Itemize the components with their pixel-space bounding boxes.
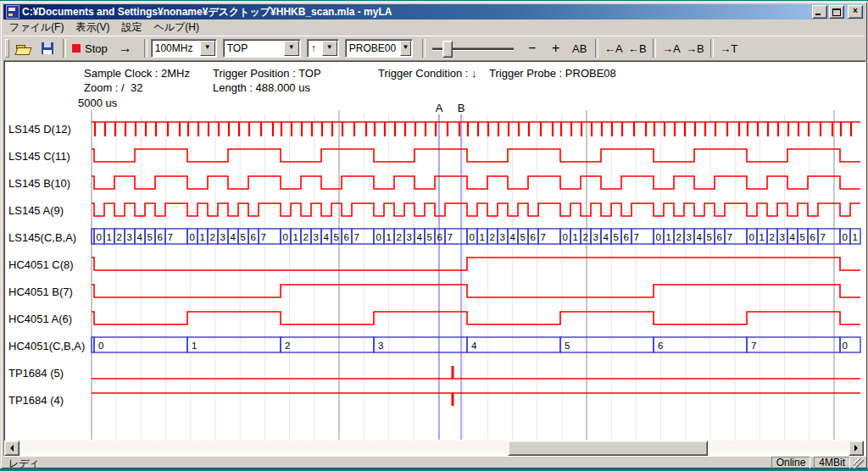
bus-value: 3	[593, 232, 598, 242]
bus-value: 7	[821, 232, 826, 242]
scroll-left-button[interactable]	[4, 441, 19, 456]
bus-value: 4	[604, 232, 609, 242]
bus-value: 6	[810, 232, 815, 242]
bus-value: 5	[614, 232, 619, 242]
bus-value: 1	[573, 232, 578, 242]
bus-value: 0	[563, 232, 568, 242]
bit-waveform	[92, 176, 860, 189]
bus-value: 0	[749, 232, 754, 242]
bus-value: 3	[407, 232, 412, 242]
bus-cell	[747, 337, 840, 352]
bus-value: 0	[656, 232, 661, 242]
desktop: { "window": { "title": "C:¥Documents and…	[0, 0, 868, 471]
bus-value: 2	[770, 232, 775, 242]
bus-value: 2	[490, 232, 495, 242]
bus-value: 4	[137, 232, 143, 242]
bus-value: 1	[480, 232, 485, 242]
bus-value: 6	[717, 232, 722, 242]
bit-waveform	[92, 285, 860, 297]
bus-value: 2	[303, 232, 309, 242]
bus-value: 7	[634, 232, 639, 242]
bus-value: 4	[417, 232, 423, 242]
resize-grip[interactable]	[854, 458, 864, 468]
bus-value: 0	[190, 232, 195, 242]
bus-value: 1	[853, 232, 858, 242]
bus-value: 4	[510, 232, 516, 242]
bus-value: 5	[241, 232, 246, 242]
bus-value: 4	[324, 232, 330, 242]
cursor-a-label: A	[436, 102, 443, 114]
bus-value: 0	[843, 232, 848, 242]
bus-cell	[467, 337, 560, 352]
bus-value: 0	[843, 341, 848, 351]
right-arrow-icon	[854, 445, 861, 452]
bus-value: 3	[220, 232, 225, 242]
bus-value: 7	[354, 232, 359, 242]
bus-value: 5	[334, 232, 339, 242]
bus-value: 7	[448, 232, 453, 242]
bus-value: 7	[727, 232, 732, 242]
bit-waveform	[92, 203, 860, 216]
bus-value: 5	[147, 232, 153, 242]
horizontal-scrollbar[interactable]	[4, 441, 864, 454]
bus-value: 4	[231, 232, 236, 242]
bus-value: 5	[707, 232, 712, 242]
scroll-right-button[interactable]	[849, 441, 864, 456]
bus-value: 3	[314, 232, 319, 242]
bit-waveform	[92, 149, 860, 162]
bus-value: 3	[500, 232, 505, 242]
bus-value: 6	[624, 232, 629, 242]
bus-value: 0	[283, 232, 288, 242]
bus-value: 0	[97, 232, 102, 242]
bus-value: 2	[397, 232, 402, 242]
bus-value: 7	[261, 232, 266, 242]
waveform-display[interactable]: AB01234567012345670123456701234567012345…	[1, 2, 868, 471]
bus-value: 7	[168, 232, 173, 242]
bit-waveform	[92, 312, 860, 324]
bus-value: 5	[427, 232, 432, 242]
bus-value: 7	[541, 232, 546, 242]
bus-value: 5	[520, 232, 526, 242]
bus-value: 1	[666, 232, 671, 242]
bus-cell	[560, 337, 654, 352]
bus-cell	[654, 337, 747, 352]
left-arrow-icon	[7, 445, 14, 452]
scrollbar-thumb[interactable]	[508, 441, 708, 456]
bus-value: 1	[107, 232, 112, 242]
app-window: C:¥Documents and Settings¥noname¥デスクトップ¥…	[0, 1, 868, 469]
bus-value: 2	[285, 341, 290, 351]
bus-value: 7	[751, 341, 756, 351]
bus-value: 6	[658, 341, 663, 351]
bus-value: 5	[565, 341, 570, 351]
bus-value: 5	[800, 232, 805, 242]
bus-value: 6	[344, 232, 349, 242]
bus-value: 1	[760, 232, 765, 242]
bus-value: 4	[790, 232, 796, 242]
bus-value: 1	[387, 232, 392, 242]
strobe-pulses	[95, 122, 851, 136]
bus-value: 6	[437, 232, 442, 242]
bus-cell	[187, 337, 281, 352]
bus-value: 2	[676, 232, 682, 242]
bus-value: 3	[687, 232, 692, 242]
bus-value: 3	[780, 232, 785, 242]
bus-value: 1	[192, 341, 197, 351]
bit-waveform	[92, 258, 860, 270]
bus-cell	[374, 337, 467, 352]
bus-value: 3	[378, 341, 383, 351]
bus-value: 4	[697, 232, 703, 242]
bus-value: 6	[251, 232, 256, 242]
cursor-b-label: B	[458, 102, 465, 114]
bus-value: 2	[117, 232, 122, 242]
bus-value: 0	[376, 232, 381, 242]
bus-value: 2	[583, 232, 588, 242]
bus-value: 1	[293, 232, 298, 242]
bus-value: 6	[531, 232, 536, 242]
bus-value: 6	[158, 232, 163, 242]
bus-value: 2	[210, 232, 215, 242]
bus-value: 1	[200, 232, 205, 242]
bus-value: 3	[127, 232, 132, 242]
bus-value: 0	[98, 341, 103, 351]
bus-cell	[281, 337, 374, 352]
bus-value: 0	[470, 232, 475, 242]
